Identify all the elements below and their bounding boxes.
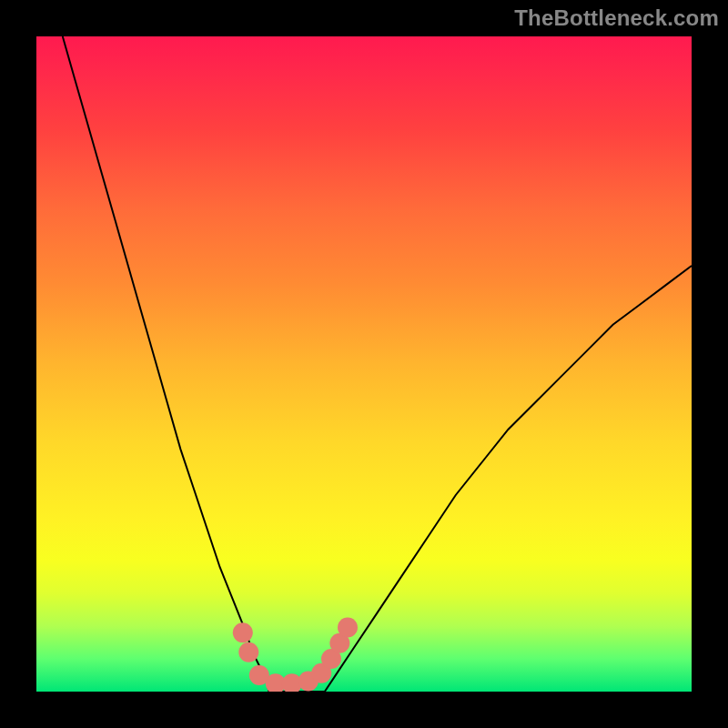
curve-left-branch — [63, 36, 269, 692]
curve-right-branch — [325, 266, 692, 692]
marker-point — [338, 617, 358, 637]
chart-frame: TheBottleneck.com — [0, 0, 728, 728]
plot-area — [36, 36, 692, 692]
marker-point — [238, 642, 258, 662]
attribution-watermark: TheBottleneck.com — [514, 5, 719, 31]
chart-svg — [36, 36, 692, 692]
marker-point — [233, 622, 253, 642]
